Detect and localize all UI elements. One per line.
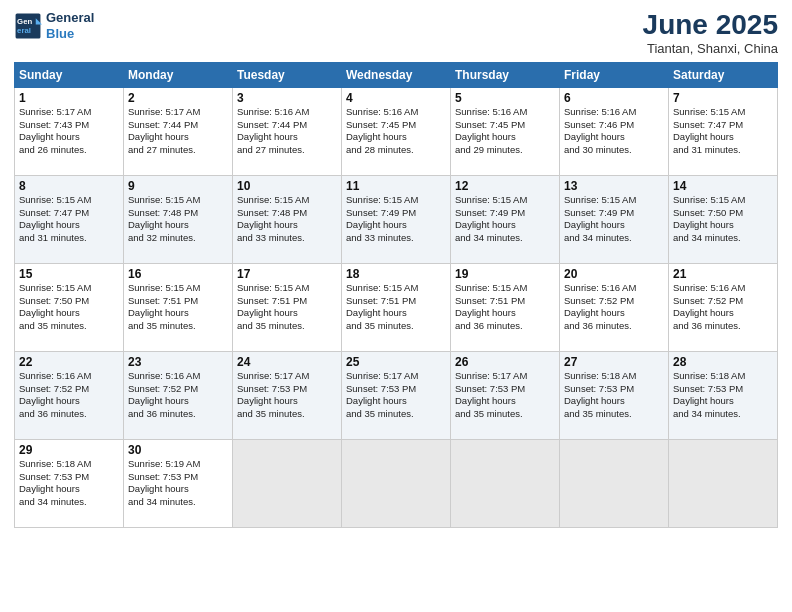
day-info: Sunrise: 5:16 AMSunset: 7:45 PMDaylight … — [346, 106, 446, 157]
logo-text: General Blue — [46, 10, 94, 41]
page: Gen eral General Blue June 2025 Tiantan,… — [0, 0, 792, 612]
col-monday: Monday — [124, 62, 233, 87]
day-number: 6 — [564, 91, 664, 105]
col-friday: Friday — [560, 62, 669, 87]
col-saturday: Saturday — [669, 62, 778, 87]
calendar-header-row: Sunday Monday Tuesday Wednesday Thursday… — [15, 62, 778, 87]
table-row: 30 Sunrise: 5:19 AMSunset: 7:53 PMDaylig… — [124, 439, 233, 527]
day-info: Sunrise: 5:18 AMSunset: 7:53 PMDaylight … — [19, 458, 119, 509]
logo-line2: Blue — [46, 26, 94, 42]
table-row: 10 Sunrise: 5:15 AMSunset: 7:48 PMDaylig… — [233, 175, 342, 263]
table-row — [560, 439, 669, 527]
day-info: Sunrise: 5:17 AMSunset: 7:43 PMDaylight … — [19, 106, 119, 157]
day-info: Sunrise: 5:15 AMSunset: 7:51 PMDaylight … — [128, 282, 228, 333]
day-number: 21 — [673, 267, 773, 281]
table-row — [233, 439, 342, 527]
day-info: Sunrise: 5:16 AMSunset: 7:52 PMDaylight … — [19, 370, 119, 421]
calendar-week-row: 8 Sunrise: 5:15 AMSunset: 7:47 PMDayligh… — [15, 175, 778, 263]
day-number: 24 — [237, 355, 337, 369]
day-number: 22 — [19, 355, 119, 369]
header: Gen eral General Blue June 2025 Tiantan,… — [14, 10, 778, 56]
table-row: 4 Sunrise: 5:16 AMSunset: 7:45 PMDayligh… — [342, 87, 451, 175]
day-number: 13 — [564, 179, 664, 193]
table-row: 9 Sunrise: 5:15 AMSunset: 7:48 PMDayligh… — [124, 175, 233, 263]
day-info: Sunrise: 5:15 AMSunset: 7:47 PMDaylight … — [673, 106, 773, 157]
day-number: 2 — [128, 91, 228, 105]
calendar-week-row: 29 Sunrise: 5:18 AMSunset: 7:53 PMDaylig… — [15, 439, 778, 527]
table-row — [669, 439, 778, 527]
day-info: Sunrise: 5:15 AMSunset: 7:48 PMDaylight … — [237, 194, 337, 245]
calendar-week-row: 1 Sunrise: 5:17 AMSunset: 7:43 PMDayligh… — [15, 87, 778, 175]
calendar-week-row: 15 Sunrise: 5:15 AMSunset: 7:50 PMDaylig… — [15, 263, 778, 351]
day-info: Sunrise: 5:19 AMSunset: 7:53 PMDaylight … — [128, 458, 228, 509]
table-row: 19 Sunrise: 5:15 AMSunset: 7:51 PMDaylig… — [451, 263, 560, 351]
day-info: Sunrise: 5:15 AMSunset: 7:49 PMDaylight … — [346, 194, 446, 245]
table-row: 25 Sunrise: 5:17 AMSunset: 7:53 PMDaylig… — [342, 351, 451, 439]
day-number: 15 — [19, 267, 119, 281]
logo-icon: Gen eral — [14, 12, 42, 40]
svg-text:Gen: Gen — [17, 17, 32, 26]
day-info: Sunrise: 5:17 AMSunset: 7:53 PMDaylight … — [455, 370, 555, 421]
day-info: Sunrise: 5:16 AMSunset: 7:45 PMDaylight … — [455, 106, 555, 157]
svg-text:eral: eral — [17, 26, 31, 35]
day-info: Sunrise: 5:15 AMSunset: 7:50 PMDaylight … — [673, 194, 773, 245]
table-row: 2 Sunrise: 5:17 AMSunset: 7:44 PMDayligh… — [124, 87, 233, 175]
day-number: 25 — [346, 355, 446, 369]
table-row: 15 Sunrise: 5:15 AMSunset: 7:50 PMDaylig… — [15, 263, 124, 351]
day-number: 1 — [19, 91, 119, 105]
col-sunday: Sunday — [15, 62, 124, 87]
location: Tiantan, Shanxi, China — [643, 41, 778, 56]
day-number: 7 — [673, 91, 773, 105]
day-info: Sunrise: 5:15 AMSunset: 7:47 PMDaylight … — [19, 194, 119, 245]
table-row: 29 Sunrise: 5:18 AMSunset: 7:53 PMDaylig… — [15, 439, 124, 527]
col-thursday: Thursday — [451, 62, 560, 87]
day-number: 12 — [455, 179, 555, 193]
table-row: 17 Sunrise: 5:15 AMSunset: 7:51 PMDaylig… — [233, 263, 342, 351]
calendar-week-row: 22 Sunrise: 5:16 AMSunset: 7:52 PMDaylig… — [15, 351, 778, 439]
table-row: 24 Sunrise: 5:17 AMSunset: 7:53 PMDaylig… — [233, 351, 342, 439]
calendar: Sunday Monday Tuesday Wednesday Thursday… — [14, 62, 778, 528]
day-number: 3 — [237, 91, 337, 105]
day-info: Sunrise: 5:15 AMSunset: 7:48 PMDaylight … — [128, 194, 228, 245]
table-row: 12 Sunrise: 5:15 AMSunset: 7:49 PMDaylig… — [451, 175, 560, 263]
table-row: 22 Sunrise: 5:16 AMSunset: 7:52 PMDaylig… — [15, 351, 124, 439]
day-number: 23 — [128, 355, 228, 369]
table-row — [342, 439, 451, 527]
table-row — [451, 439, 560, 527]
table-row: 1 Sunrise: 5:17 AMSunset: 7:43 PMDayligh… — [15, 87, 124, 175]
day-info: Sunrise: 5:15 AMSunset: 7:51 PMDaylight … — [237, 282, 337, 333]
table-row: 8 Sunrise: 5:15 AMSunset: 7:47 PMDayligh… — [15, 175, 124, 263]
day-number: 26 — [455, 355, 555, 369]
table-row: 7 Sunrise: 5:15 AMSunset: 7:47 PMDayligh… — [669, 87, 778, 175]
table-row: 18 Sunrise: 5:15 AMSunset: 7:51 PMDaylig… — [342, 263, 451, 351]
col-wednesday: Wednesday — [342, 62, 451, 87]
day-info: Sunrise: 5:15 AMSunset: 7:50 PMDaylight … — [19, 282, 119, 333]
col-tuesday: Tuesday — [233, 62, 342, 87]
table-row: 23 Sunrise: 5:16 AMSunset: 7:52 PMDaylig… — [124, 351, 233, 439]
day-info: Sunrise: 5:15 AMSunset: 7:49 PMDaylight … — [455, 194, 555, 245]
logo-line1: General — [46, 10, 94, 26]
day-number: 29 — [19, 443, 119, 457]
logo: Gen eral General Blue — [14, 10, 94, 41]
day-number: 5 — [455, 91, 555, 105]
table-row: 5 Sunrise: 5:16 AMSunset: 7:45 PMDayligh… — [451, 87, 560, 175]
day-number: 14 — [673, 179, 773, 193]
day-number: 17 — [237, 267, 337, 281]
day-number: 11 — [346, 179, 446, 193]
day-number: 4 — [346, 91, 446, 105]
table-row: 6 Sunrise: 5:16 AMSunset: 7:46 PMDayligh… — [560, 87, 669, 175]
day-info: Sunrise: 5:17 AMSunset: 7:53 PMDaylight … — [237, 370, 337, 421]
month-title: June 2025 — [643, 10, 778, 41]
day-number: 28 — [673, 355, 773, 369]
table-row: 28 Sunrise: 5:18 AMSunset: 7:53 PMDaylig… — [669, 351, 778, 439]
table-row: 3 Sunrise: 5:16 AMSunset: 7:44 PMDayligh… — [233, 87, 342, 175]
day-info: Sunrise: 5:15 AMSunset: 7:51 PMDaylight … — [346, 282, 446, 333]
day-number: 19 — [455, 267, 555, 281]
table-row: 11 Sunrise: 5:15 AMSunset: 7:49 PMDaylig… — [342, 175, 451, 263]
day-info: Sunrise: 5:16 AMSunset: 7:44 PMDaylight … — [237, 106, 337, 157]
day-info: Sunrise: 5:16 AMSunset: 7:52 PMDaylight … — [564, 282, 664, 333]
day-info: Sunrise: 5:15 AMSunset: 7:51 PMDaylight … — [455, 282, 555, 333]
table-row: 13 Sunrise: 5:15 AMSunset: 7:49 PMDaylig… — [560, 175, 669, 263]
day-number: 9 — [128, 179, 228, 193]
day-number: 30 — [128, 443, 228, 457]
